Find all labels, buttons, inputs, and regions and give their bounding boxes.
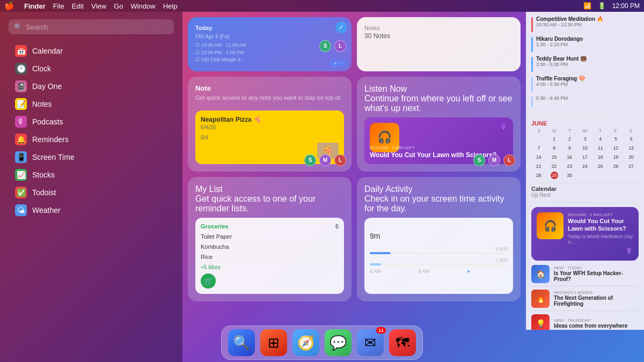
dayone-icon: 📓 (15, 80, 27, 92)
sidebar-list: 📅 Calendar 🕐 Clock 📓 Day One 📝 Notes 🎙 P… (0, 40, 182, 221)
podcast-list-info-2: RECENTLY ADDED The Next Generation of Fi… (554, 290, 639, 307)
cal-d11: 11 (593, 144, 608, 152)
menubar: 🍎 Finder File Edit View Go Window Help 📶… (0, 0, 644, 12)
activity-bar2-label: 1,800 (370, 257, 508, 263)
sidebar-item-screentime[interactable]: 📱 Screen Time (4, 149, 178, 166)
sidebar-item-weather[interactable]: 🌤 Weather (4, 202, 178, 219)
notes-count: 30 Notes (364, 32, 513, 40)
event-info-hikaru: Hikaru Dorodango 1:30 - 2:15 PM (536, 36, 583, 47)
menubar-help[interactable]: Help (163, 2, 178, 10)
center-widgets: Today FRI Apr 4 (Fri) ☑ 10:00 AM - 11:00… (182, 12, 526, 330)
podcast-list-row-1: 🏠 NEW · TODAY Is Your WFH Setup Hacker-P… (531, 265, 639, 286)
clock-icon: 🕐 (15, 63, 27, 75)
event-color-truffle2 (531, 97, 533, 107)
cal-section-subtitle: Up Next (531, 192, 639, 198)
apple-menu[interactable]: 🍎 (4, 1, 14, 11)
menubar-right: 📶 🔋 12:00 PM (583, 2, 640, 10)
podcasts-section: 🎧 RESUME · 1 MIN LEFT Would You Cut Your… (526, 202, 644, 330)
dock: 🔍 ⊞ 🧭 💬 ✉ 11 🗺 (221, 326, 423, 360)
event-row-2: Hikaru Dorodango 1:30 - 2:15 PM (531, 36, 639, 52)
menubar-window[interactable]: Window (130, 2, 155, 10)
safari-icon: 🧭 (297, 335, 314, 351)
sidebar-item-podcasts[interactable]: 🎙 Podcasts (4, 113, 178, 130)
activity-time-mid: 9 AM (419, 269, 430, 274)
cal-empty (531, 135, 546, 143)
event-color-hikaru (531, 37, 533, 52)
podcast-list-row-3: 💡 NEW · THURSDAY Ideas come from everywh… (531, 314, 639, 330)
grocery-item-2: Kombucha (201, 242, 339, 252)
search-placeholder: Search (26, 23, 48, 31)
cal-month: JUNE (531, 120, 547, 127)
cal-d30: 30 (562, 171, 577, 180)
sidebar-item-notes[interactable]: 📝 Notes (4, 95, 178, 113)
dock-messages[interactable]: 💬 (325, 329, 352, 356)
activity-bar1 (370, 252, 508, 254)
sidebar-label-reminders: Reminders (32, 135, 69, 144)
sidebar-label-dayone: Day One (32, 82, 62, 91)
right-panel: Competitive Meditation 🔥 10:30 AM - 12:3… (526, 12, 644, 330)
activity-bar1-label: 5,600 (370, 246, 508, 252)
cal-d29-today: 29 (551, 172, 558, 179)
event-color-competitive (531, 17, 533, 32)
event-time-hikaru: 1:30 - 2:15 PM (536, 42, 583, 47)
sidebar-item-todoist[interactable]: ✅ Todoist (4, 184, 178, 201)
cal-d19: 19 (609, 153, 624, 161)
dock-safari[interactable]: 🧭 (292, 329, 319, 356)
menubar-wifi: 📶 (583, 2, 591, 10)
event-color-truffle (531, 77, 533, 92)
widgets-row-1: Today FRI Apr 4 (Fri) ☑ 10:00 AM - 11:00… (188, 17, 521, 71)
podcast-list-info-1: NEW · TODAY Is Your WFH Setup Hacker-Pro… (554, 265, 639, 282)
cal-section-title: Calendar (531, 186, 639, 192)
menubar-edit[interactable]: Edit (72, 2, 84, 10)
dock-maps[interactable]: 🗺 (389, 329, 416, 356)
widgets-row-3: My List Get quick access to one of your … (188, 177, 521, 301)
menubar-go[interactable]: Go (114, 2, 123, 10)
dock-finder[interactable]: 🔍 (228, 329, 255, 356)
cal-d27: 27 (624, 162, 639, 171)
sidebar-item-dayone[interactable]: 📓 Day One (4, 78, 178, 95)
sidebar-item-reminders[interactable]: 🔔 Reminders (4, 131, 178, 148)
avatar-m-note: M (319, 154, 331, 166)
cal-d18: 18 (593, 153, 608, 161)
podcast-main-badge: RESUME · 1 MIN LEFT (568, 212, 633, 217)
note-card-meta: 6/4/20 (201, 124, 339, 130)
cal-d13: 13 (624, 144, 639, 152)
cal-weekdays: SMTWTFS (531, 128, 639, 134)
event-row-3: Teddy Bear Hunt 🐻 3:30 - 5:30 PM (531, 56, 639, 72)
menubar-time: 12:00 PM (612, 2, 640, 10)
sidebar-item-clock[interactable]: 🕐 Clock (4, 60, 178, 77)
cal-d28: 28 (531, 171, 546, 180)
sidebar-label-calendar: Calendar (32, 47, 63, 55)
notes-icon: 📝 (15, 98, 27, 110)
cal-d6: 6 (624, 135, 639, 143)
menubar-finder[interactable]: Finder (24, 2, 46, 10)
sidebar-item-stocks[interactable]: 📈 Stocks (4, 166, 178, 183)
avatar-l-note: L (334, 154, 346, 166)
podcast-list-title-1: Is Your WFH Setup Hacker-Proof? (554, 270, 639, 282)
dock-mail[interactable]: ✉ 11 (357, 329, 384, 356)
activity-card: 9m 5,600 1,800 6 AM 9 AM ● (364, 218, 513, 294)
groceries-icon: 🛒 (201, 274, 216, 289)
menubar-file[interactable]: File (53, 2, 64, 10)
groceries-more: +5 More (201, 264, 339, 270)
sidebar-label-stocks: Stocks (32, 171, 55, 179)
event-row-5: 5:30 - 6:45 PM (531, 95, 639, 107)
cal-header: JUNE (531, 120, 639, 127)
sidebar-item-calendar[interactable]: 📅 Calendar (4, 42, 178, 60)
podcast-app-logo: 🎙 (626, 247, 633, 255)
cal-d16: 16 (562, 153, 577, 161)
menubar-view[interactable]: View (91, 2, 106, 10)
cal-d17: 17 (577, 153, 592, 161)
sidebar-label-notes: Notes (32, 100, 52, 108)
avatar-l-listen: L (503, 154, 515, 166)
listen-subtitle: Continue from where you left off or see … (364, 94, 513, 113)
launchpad-icon: ⊞ (268, 335, 280, 351)
groceries-count: 6 (335, 223, 339, 230)
stocks-icon: 📈 (15, 169, 27, 181)
widget-notes-top: Notes 30 Notes (357, 17, 521, 71)
event-name-teddy: Teddy Bear Hunt 🐻 (536, 56, 587, 62)
dock-launchpad[interactable]: ⊞ (260, 329, 287, 356)
search-bar[interactable]: 🔍 Search (9, 19, 174, 34)
avatar-l-today: L (334, 40, 346, 52)
groceries-name: Groceries (201, 223, 228, 230)
